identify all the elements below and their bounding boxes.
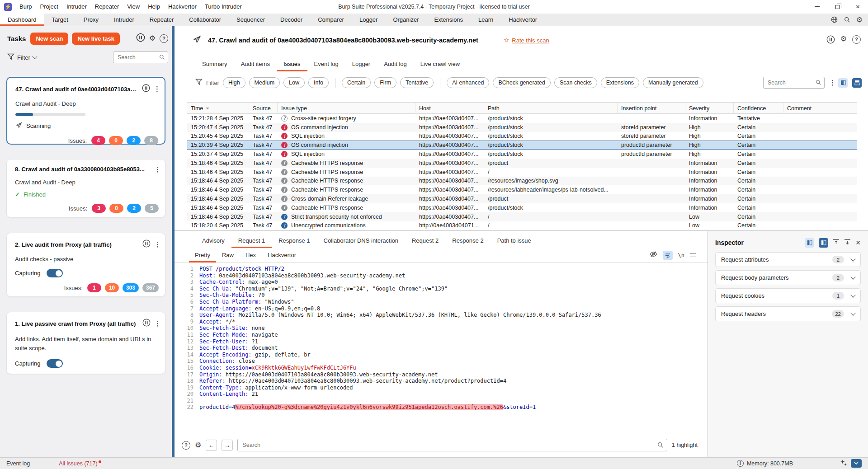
issue-row[interactable]: 15:18:20 4 Sep 2025Task 47!Unencrypted c… [187,221,857,230]
apptab-learn[interactable]: Learn [471,14,501,26]
chip-info[interactable]: Info [308,77,329,88]
column-header-confidence[interactable]: Confidence [734,103,783,114]
etab-collaborator-dns-interaction[interactable]: Collaborator DNS interaction [317,233,405,248]
menu-item-project[interactable]: Project [36,0,62,14]
pause-task-icon[interactable] [142,84,150,94]
sub-pretty[interactable]: Pretty [189,248,216,263]
column-header-comment[interactable]: Comment [783,103,857,114]
chip-extensions[interactable]: Extensions [601,77,639,88]
etab-response-1[interactable]: Response 1 [272,233,316,248]
stab-summary[interactable]: Summary [195,56,234,71]
next-match-button[interactable]: → [222,440,233,451]
issues-menu-icon[interactable]: ⋮ [829,80,834,85]
etab-path-to-issue[interactable]: Path to issue [491,233,538,248]
column-header-host[interactable]: Host [415,103,484,114]
chip-certain[interactable]: Certain [342,77,371,88]
sub-hex[interactable]: Hex [240,248,262,263]
eye-off-icon[interactable] [650,251,657,259]
inspector-section-request-headers[interactable]: Request headers22 [715,306,861,321]
minimize-button[interactable] [807,0,827,14]
new-scan-button[interactable]: New scan [30,33,68,45]
etab-request-2[interactable]: Request 2 [405,233,445,248]
apptab-hackvertor[interactable]: Hackvertor [501,14,545,26]
apptab-proxy[interactable]: Proxy [76,14,106,26]
task-menu-icon[interactable]: ⋮ [154,86,158,92]
issue-row[interactable]: 15:20:47 4 Sep 2025Task 47!OS command in… [187,123,857,132]
show-newlines-button[interactable]: \n [678,252,684,258]
capturing-toggle[interactable] [47,269,63,277]
chip-tentative[interactable]: Tentative [400,77,434,88]
task-menu-icon[interactable]: ⋮ [154,167,159,172]
apptab-target[interactable]: Target [44,14,76,26]
issue-row[interactable]: 15:18:46 4 Sep 2025Task 47iCross-domain … [187,194,857,203]
issue-row[interactable]: 15:18:46 4 Sep 2025Task 47!Strict transp… [187,212,857,221]
apptab-dashboard[interactable]: Dashboard [0,14,44,26]
chip-firm[interactable]: Firm [374,77,396,88]
pause-task-icon[interactable] [142,319,151,328]
column-header-severity[interactable]: Severity [685,103,734,114]
task-menu-icon[interactable]: ⋮ [154,321,159,326]
chip-ai-enhanced[interactable]: AI enhanced [447,77,489,88]
stab-issues[interactable]: Issues [277,56,307,71]
stab-event-log[interactable]: Event log [307,56,345,71]
stab-logger[interactable]: Logger [345,56,377,71]
close-inspector-icon[interactable]: ✕ [855,239,861,246]
task-card-1[interactable]: 1. Live passive crawl from Proxy (all tr… [6,312,165,374]
task-card-2[interactable]: 2. Live audit from Proxy (all traffic) ⋮… [6,233,165,297]
apptab-comparer[interactable]: Comparer [310,14,352,26]
apptab-decoder[interactable]: Decoder [273,14,310,26]
tasks-settings-icon[interactable]: ⚙ [149,35,156,42]
column-header-source[interactable]: Source [249,103,278,114]
issue-row[interactable]: 15:20:37 4 Sep 2025Task 47!SQL injection… [187,150,857,159]
stab-audit-items[interactable]: Audit items [234,56,277,71]
search-icon[interactable] [844,16,851,23]
event-log-link[interactable]: Event log [6,460,30,467]
chip-high[interactable]: High [223,77,245,88]
stab-live-crawl-view[interactable]: Live crawl view [414,56,467,71]
issue-row[interactable]: 15:18:46 4 Sep 2025Task 47iCacheable HTT… [187,185,857,194]
issue-row[interactable]: 15:18:46 4 Sep 2025Task 47iCacheable HTT… [187,203,857,212]
ai-sparkle-icon[interactable] [840,459,847,468]
panel-dropdown-button[interactable] [851,459,862,468]
issue-row[interactable]: 15:21:28 4 Sep 2025Task 47?Cross-site re… [187,114,857,123]
collapse-all-icon[interactable] [833,239,840,247]
chip-medium[interactable]: Medium [249,77,280,88]
all-issues-link[interactable]: All issues (717) [59,460,101,467]
editor-settings-icon[interactable]: ⚙ [195,441,201,449]
pause-task-icon[interactable] [142,239,151,249]
capturing-toggle[interactable] [47,359,63,368]
etab-response-2[interactable]: Response 2 [445,233,490,248]
issue-row[interactable]: 15:20:45 4 Sep 2025Task 47!SQL injection… [187,132,857,141]
column-header-path[interactable]: Path [484,103,618,114]
tasks-filter-label[interactable]: Filter [17,54,30,61]
apptab-logger[interactable]: Logger [352,14,385,26]
chevron-down-icon[interactable] [32,54,37,59]
apptab-repeater[interactable]: Repeater [142,14,181,26]
pause-all-tasks-icon[interactable] [136,33,145,44]
table-view-button[interactable] [838,78,848,88]
issue-row[interactable]: 15:18:46 4 Sep 2025Task 47iCacheable HTT… [187,159,857,168]
sub-hackvertor[interactable]: Hackvertor [262,248,302,263]
request-body[interactable]: 1POST /product/stock HTTP/22Host: 0ae400… [175,263,708,432]
scan-settings-icon[interactable]: ⚙ [840,35,847,46]
apptab-collaborator[interactable]: Collaborator [181,14,229,26]
prev-match-button[interactable]: ← [206,440,217,451]
task-menu-icon[interactable]: ⋮ [154,242,159,247]
editor-help-icon[interactable]: ? [182,441,190,450]
scan-help-icon[interactable]: ? [852,35,861,44]
apptab-sequencer[interactable]: Sequencer [229,14,273,26]
restore-button[interactable] [827,0,848,14]
close-button[interactable]: ✕ [848,0,868,14]
menu-item-intruder[interactable]: Intruder [62,0,91,14]
menu-item-view[interactable]: View [123,0,144,14]
word-wrap-button[interactable] [663,251,673,260]
issue-row[interactable]: 15:18:46 4 Sep 2025Task 47iCacheable HTT… [187,168,857,177]
sub-raw[interactable]: Raw [216,248,240,263]
editor-menu-icon[interactable] [690,252,696,258]
rate-this-scan-link[interactable]: ☆ Rate this scan [504,36,549,44]
menu-item-turbo-intruder[interactable]: Turbo Intruder [201,0,246,14]
etab-advisory[interactable]: Advisory [195,233,231,248]
expand-all-icon[interactable] [844,239,851,247]
task-card-8[interactable]: 8. Crawl and audit of 0a3300800403b85e80… [6,159,165,218]
issue-row[interactable]: 15:18:46 4 Sep 2025Task 47iCacheable HTT… [187,177,857,186]
